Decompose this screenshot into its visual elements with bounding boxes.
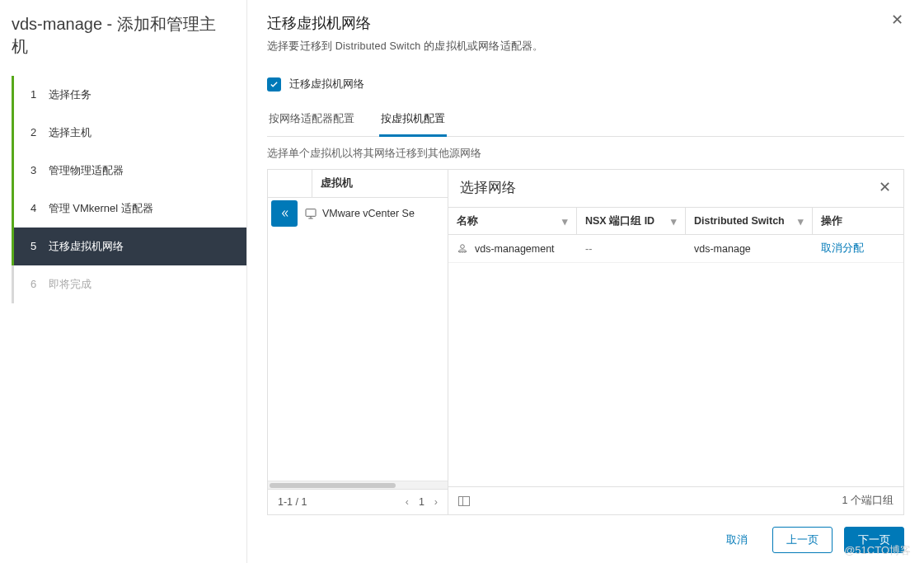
filter-icon[interactable]: ▾ bbox=[562, 215, 568, 228]
unassign-link[interactable]: 取消分配 bbox=[821, 242, 864, 254]
pager-range: 1-1 / 1 bbox=[278, 496, 307, 508]
tab-hint: 选择单个虚拟机以将其网络迁移到其他源网络 bbox=[267, 147, 904, 161]
select-network-title: 选择网络 bbox=[460, 178, 877, 197]
vm-icon bbox=[304, 207, 317, 220]
wizard-step-3[interactable]: 3 管理物理适配器 bbox=[12, 152, 246, 190]
filter-icon[interactable]: ▾ bbox=[798, 215, 804, 228]
port-group-icon bbox=[457, 243, 468, 255]
filter-icon[interactable]: ▾ bbox=[671, 215, 677, 228]
network-row[interactable]: vds-management--vds-manage取消分配 bbox=[448, 235, 903, 263]
wizard-step-6: 6 即将完成 bbox=[12, 265, 246, 303]
close-icon[interactable]: ✕ bbox=[889, 13, 904, 28]
pager-page: 1 bbox=[419, 496, 424, 508]
horizontal-scrollbar[interactable] bbox=[268, 481, 448, 489]
column-chooser-icon[interactable] bbox=[458, 496, 470, 506]
tab-0[interactable]: 按网络适配器配置 bbox=[267, 106, 356, 137]
vm-table-gutter bbox=[268, 170, 312, 197]
svg-rect-0 bbox=[306, 209, 316, 217]
col-name[interactable]: 名称 bbox=[457, 214, 478, 228]
select-network-close-icon[interactable]: ✕ bbox=[877, 181, 892, 195]
vm-table: 虚拟机 VMware vCenter Se 1-1 / 1 ‹ 1 › bbox=[267, 169, 448, 515]
row-count: 1 个端口组 bbox=[842, 494, 894, 508]
collapse-icon[interactable] bbox=[271, 200, 298, 227]
wizard-title: vds-manage - 添加和管理主机 bbox=[12, 13, 246, 58]
pager-prev-icon[interactable]: ‹ bbox=[406, 496, 409, 508]
vm-row[interactable]: VMware vCenter Se bbox=[268, 198, 448, 229]
wizard-step-2[interactable]: 2 选择主机 bbox=[12, 114, 246, 152]
col-nsx[interactable]: NSX 端口组 ID bbox=[585, 214, 654, 228]
migrate-vm-network-label: 迁移虚拟机网络 bbox=[289, 77, 364, 91]
wizard-step-4[interactable]: 4 管理 VMkernel 适配器 bbox=[12, 190, 246, 228]
prev-button[interactable]: 上一页 bbox=[772, 527, 833, 553]
tab-1[interactable]: 按虚拟机配置 bbox=[379, 106, 447, 137]
page-subtitle: 选择要迁移到 Distributed Switch 的虚拟机或网络适配器。 bbox=[267, 40, 904, 54]
col-ds[interactable]: Distributed Switch bbox=[694, 215, 785, 227]
pager-next-icon[interactable]: › bbox=[434, 496, 438, 508]
check-icon bbox=[270, 80, 279, 89]
vm-table-header: 虚拟机 bbox=[312, 170, 448, 197]
wizard-step-1[interactable]: 1 选择任务 bbox=[12, 76, 246, 114]
cancel-button[interactable]: 取消 bbox=[713, 527, 761, 553]
col-op: 操作 bbox=[821, 214, 842, 228]
page-title: 迁移虚拟机网络 bbox=[267, 13, 889, 33]
next-button[interactable]: 下一页 bbox=[844, 527, 904, 553]
wizard-step-5[interactable]: 5 迁移虚拟机网络 bbox=[12, 228, 246, 265]
migrate-vm-network-checkbox[interactable] bbox=[267, 77, 281, 91]
select-network-panel: 选择网络 ✕ 名称 ▾ NSX 端口组 ID ▾ Distributed Swi… bbox=[448, 169, 904, 515]
pager: 1-1 / 1 ‹ 1 › bbox=[268, 489, 448, 514]
